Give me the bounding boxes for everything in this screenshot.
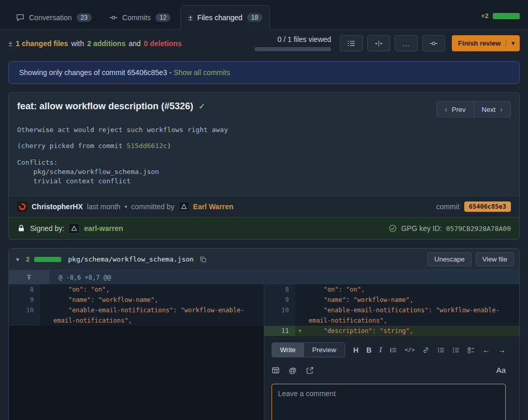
files-viewed-label: 0 / 1 files viewed xyxy=(278,35,332,44)
italic-icon[interactable]: I xyxy=(379,345,382,354)
more-options-button[interactable]: … xyxy=(395,35,418,51)
commit-select-button[interactable] xyxy=(422,35,445,51)
quote-icon[interactable] xyxy=(390,346,397,354)
bold-icon[interactable]: B xyxy=(366,346,372,354)
hunk-row: @ -8,6 +8,7 @@ xyxy=(9,270,519,284)
files-summary-row: ± 1 changed files with 2 additions and 0… xyxy=(0,30,528,58)
tab-label: Conversation xyxy=(29,13,72,22)
preview-tab[interactable]: Preview xyxy=(304,343,345,357)
verified-icon xyxy=(389,224,397,233)
editor-toolbar: Write Preview H B I </> xyxy=(272,342,506,357)
next-commit-button[interactable]: Next › xyxy=(474,101,511,118)
committed-by-label: committed by xyxy=(131,202,174,211)
commit-message-line: pkg/schema/workflow_schema.json xyxy=(17,168,511,176)
unescape-button[interactable]: Unescape xyxy=(427,252,472,266)
editor-insert-tools: @ Aa xyxy=(272,366,506,374)
svg-text:3: 3 xyxy=(453,351,454,354)
changed-files-summary: ± 1 changed files with 2 additions and 0… xyxy=(8,39,182,48)
diff-old-column: 8 "on": "on", 9 "name": "workflow-name",… xyxy=(9,284,264,420)
diff-toolbar: 0 / 1 files viewed … Finish review ▾ xyxy=(254,35,520,51)
commit-message-line: trivial context conflict xyxy=(17,177,511,185)
tab-commits[interactable]: Commits 12 xyxy=(102,5,179,30)
committer-avatar[interactable] xyxy=(179,201,189,212)
code-icon[interactable]: </> xyxy=(405,346,415,353)
hunk-header: @ -8,6 +8,7 @@ xyxy=(49,270,519,284)
arrow-left-icon[interactable]: ← xyxy=(482,345,490,354)
commit-time: last month xyxy=(87,202,121,211)
ordered-list-icon[interactable]: 123 xyxy=(452,346,460,354)
author-name[interactable]: ChristopherHX xyxy=(32,202,83,211)
write-tab[interactable]: Write xyxy=(272,343,304,357)
split-view-button[interactable] xyxy=(367,35,390,51)
additions-count: 2 additions xyxy=(87,39,125,48)
finish-review-label: Finish review xyxy=(458,39,501,47)
comment-input[interactable] xyxy=(272,384,506,420)
view-file-button[interactable]: View file xyxy=(476,252,514,266)
banner-text: Showing only changes of commit 65406c85e… xyxy=(19,68,172,77)
summary-text: with xyxy=(71,39,84,48)
ellipsis-icon: … xyxy=(403,39,410,48)
line-number: 10 xyxy=(264,305,295,326)
line-code: "on": "on", xyxy=(49,284,264,295)
commit-filter-banner: Showing only changes of commit 65406c85e… xyxy=(8,61,520,84)
reference-icon[interactable] xyxy=(306,366,314,374)
link-icon[interactable] xyxy=(422,346,430,354)
tab-count-badge: 18 xyxy=(247,13,262,22)
line-number: 9 xyxy=(264,295,295,305)
signer-name[interactable]: earl-warren xyxy=(84,224,123,233)
commit-author-row: ChristopherHX last month • committed by … xyxy=(9,196,519,217)
tab-count-badge: 12 xyxy=(155,13,170,22)
chevron-left-icon: ‹ xyxy=(445,105,447,113)
gpg-key-info: GPG key ID: 0579CB2928A78A00 xyxy=(389,224,511,233)
commit-title: feat: allow workflow description (#5326)… xyxy=(17,101,205,112)
unordered-list-icon[interactable] xyxy=(437,346,445,354)
collapse-file-icon[interactable]: ▾ xyxy=(14,256,21,263)
tab-count-badge: 23 xyxy=(77,13,92,22)
files-viewed-progress xyxy=(254,47,331,51)
diff-line[interactable]: 9 "name": "workflow-name", xyxy=(264,295,520,305)
addition-sign: + xyxy=(295,326,305,336)
finish-review-button[interactable]: Finish review ▾ xyxy=(452,35,520,51)
arrow-right-icon[interactable]: → xyxy=(498,345,506,354)
pr-tab-bar: Conversation 23 Commits 12 ± Files chang… xyxy=(0,0,528,30)
committer-name[interactable]: Earl Warren xyxy=(193,202,234,211)
cherry-commit-link[interactable]: 515dd6612c xyxy=(126,142,167,150)
inline-comment-form: Write Preview H B I </> xyxy=(264,336,520,420)
diff-line[interactable]: 9 "name": "workflow-name", xyxy=(9,295,264,305)
file-diffstat-bar xyxy=(34,257,61,262)
line-sign xyxy=(40,284,49,295)
diff-line[interactable]: 10 "enable-email-notifications": "workfl… xyxy=(9,305,264,326)
copy-path-icon[interactable] xyxy=(199,256,207,263)
line-sign xyxy=(40,295,49,305)
signer-avatar[interactable] xyxy=(69,223,79,234)
task-list-icon[interactable] xyxy=(467,346,475,354)
prev-commit-button[interactable]: ‹ Prev xyxy=(436,101,474,118)
commit-message: Otherwise act would reject such workflow… xyxy=(9,125,519,196)
heading-icon[interactable]: H xyxy=(353,346,359,354)
commit-message-line: (cherry picked from commit 515dd6612c) xyxy=(17,142,511,150)
diff-line[interactable]: 8 "on": "on", xyxy=(9,284,264,295)
diff-line[interactable]: 10 "enable-email-notifications": "workfl… xyxy=(264,305,520,326)
mention-icon[interactable]: @ xyxy=(289,366,297,374)
table-icon[interactable] xyxy=(272,366,280,374)
tab-conversation[interactable]: Conversation 23 xyxy=(8,5,99,30)
prev-label: Prev xyxy=(452,106,466,113)
tab-files-changed[interactable]: ± Files changed 18 xyxy=(180,5,270,30)
diff-stat: +2 xyxy=(481,12,520,29)
diff-split-view: 8 "on": "on", 9 "name": "workflow-name",… xyxy=(9,284,519,420)
diff-line[interactable]: 8 "on": "on", xyxy=(264,284,520,295)
cherry-pick-text: (cherry picked from commit xyxy=(17,142,126,150)
line-sign xyxy=(40,305,49,326)
diff-line-added[interactable]: 11 + "description": "string", xyxy=(264,326,520,336)
text-size-icon[interactable]: Aa xyxy=(496,366,506,374)
author-avatar[interactable] xyxy=(17,201,27,212)
commit-icon xyxy=(109,13,118,22)
show-all-commits-link[interactable]: Show all commits xyxy=(174,68,230,77)
file-diff: ▾ 2 pkg/schema/workflow_schema.json Unes… xyxy=(8,248,520,420)
summary-text: and xyxy=(129,39,140,48)
expand-hunk-button[interactable] xyxy=(9,270,49,284)
commit-hash-badge[interactable]: 65406c85e3 xyxy=(464,201,511,212)
line-sign xyxy=(295,305,305,326)
caret-down-icon: ▾ xyxy=(506,40,520,47)
unified-view-button[interactable] xyxy=(340,35,363,51)
